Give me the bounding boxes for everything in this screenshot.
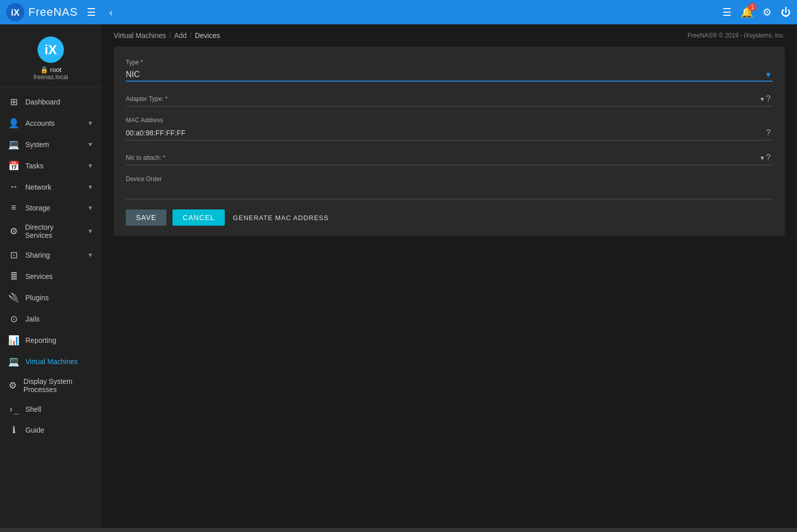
settings-button[interactable]: ⚙ bbox=[763, 6, 772, 18]
breadcrumb: Virtual Machines / Add / Devices FreeNAS… bbox=[101, 24, 797, 47]
sidebar-item-jails[interactable]: ⊙ Jails bbox=[0, 308, 101, 330]
notification-badge: 1 bbox=[748, 3, 756, 11]
mac-address-input[interactable] bbox=[126, 126, 764, 140]
sidebar-item-label: Guide bbox=[25, 426, 44, 434]
sidebar-item-shell[interactable]: ›_ Shell bbox=[0, 399, 101, 419]
sidebar-item-sharing[interactable]: ⊡ Sharing ▼ bbox=[0, 244, 101, 266]
sidebar-item-label: Shell bbox=[25, 405, 41, 413]
logo-icon: iX bbox=[6, 3, 24, 21]
sidebar-item-label: Reporting bbox=[25, 336, 56, 344]
sidebar: iX 🔒 root freenas.local ⊞ Dashboard 👤 Ac… bbox=[0, 24, 101, 528]
sidebar-item-tasks[interactable]: 📅 Tasks ▼ bbox=[0, 155, 101, 176]
chevron-down-icon: ▼ bbox=[87, 184, 93, 191]
sidebar-item-label: Accounts bbox=[25, 119, 55, 127]
sidebar-item-label: Services bbox=[25, 272, 53, 280]
help-icon[interactable]: ? bbox=[764, 94, 773, 103]
chevron-down-icon: ▾ bbox=[760, 154, 764, 162]
back-icon[interactable]: ‹ bbox=[105, 5, 117, 20]
breadcrumb-add[interactable]: Add bbox=[174, 31, 187, 40]
adapter-type-field: Adapter Type: * ▾ ? bbox=[126, 92, 773, 107]
services-icon: ≣ bbox=[8, 271, 19, 282]
sidebar-item-label: System bbox=[25, 140, 49, 149]
chevron-down-icon: ▼ bbox=[87, 120, 93, 127]
sharing-icon: ⊡ bbox=[8, 250, 19, 261]
reporting-icon: 📊 bbox=[8, 335, 19, 346]
cancel-button[interactable]: CANCEL bbox=[172, 209, 225, 226]
chevron-down-icon: ▼ bbox=[87, 141, 93, 148]
topnav: iX FreeNAS ☰ ‹ ☰ 🔔 1 ⚙ ⏻ bbox=[0, 0, 797, 24]
type-field: Type * NIC DISK CDROM VNC RAW ▾ bbox=[126, 59, 773, 82]
nic-to-attach-label: Nic to attach: * bbox=[126, 154, 165, 161]
tasks-icon: 📅 bbox=[8, 160, 19, 171]
adapter-type-wrapper: Adapter Type: * ▾ ? bbox=[126, 92, 773, 107]
type-select[interactable]: NIC DISK CDROM VNC RAW bbox=[126, 68, 773, 81]
sidebar-item-system[interactable]: 💻 System ▼ bbox=[0, 134, 101, 155]
save-button[interactable]: SAVE bbox=[126, 209, 166, 226]
sidebar-item-network[interactable]: ↔ Network ▼ bbox=[0, 176, 101, 197]
mac-address-wrapper: ? bbox=[126, 126, 773, 140]
sidebar-item-virtual-machines[interactable]: 💻 Virtual Machines bbox=[0, 351, 101, 372]
breadcrumb-current: Devices bbox=[195, 31, 220, 40]
nic-to-attach-select[interactable] bbox=[169, 151, 758, 165]
app-name: FreeNAS bbox=[28, 6, 78, 19]
username: 🔒 root bbox=[40, 66, 61, 74]
notifications-button[interactable]: 🔔 1 bbox=[741, 6, 753, 18]
device-order-input[interactable] bbox=[126, 185, 773, 199]
shell-icon: ›_ bbox=[8, 404, 19, 414]
generate-mac-button[interactable]: GENERATE MAC ADDRESS bbox=[231, 210, 331, 226]
plugins-icon: 🔌 bbox=[8, 292, 19, 303]
sidebar-item-display-system-processes[interactable]: ⚙ Display System Processes bbox=[0, 372, 101, 399]
sidebar-item-plugins[interactable]: 🔌 Plugins bbox=[0, 287, 101, 308]
nic-to-attach-field: Nic to attach: * ▾ ? bbox=[126, 151, 773, 165]
user-profile: iX 🔒 root freenas.local bbox=[0, 28, 101, 87]
sidebar-item-label: Display System Processes bbox=[23, 377, 93, 394]
sidebar-item-label: Tasks bbox=[25, 162, 44, 170]
sidebar-item-reporting[interactable]: 📊 Reporting bbox=[0, 330, 101, 351]
hostname: freenas.local bbox=[33, 74, 68, 81]
help-icon[interactable]: ? bbox=[764, 128, 773, 137]
sidebar-item-label: Dashboard bbox=[25, 98, 60, 106]
sidebar-item-guide[interactable]: ℹ Guide bbox=[0, 419, 101, 441]
device-order-field: Device Order bbox=[126, 175, 773, 199]
directory-services-icon: ⚙ bbox=[8, 226, 19, 237]
docs-button[interactable]: ☰ bbox=[722, 6, 732, 18]
chevron-down-icon: ▼ bbox=[87, 252, 93, 259]
mac-address-label: MAC Address bbox=[126, 117, 773, 124]
adapter-type-label: Adapter Type: * bbox=[126, 95, 168, 102]
power-button[interactable]: ⏻ bbox=[781, 7, 791, 18]
help-icon[interactable]: ? bbox=[764, 153, 773, 162]
avatar: iX bbox=[38, 37, 64, 63]
breadcrumb-sep-1: / bbox=[169, 31, 171, 40]
dashboard-icon: ⊞ bbox=[8, 96, 19, 108]
system-icon: 💻 bbox=[8, 139, 19, 150]
sidebar-item-directory-services[interactable]: ⚙ Directory Services ▼ bbox=[0, 218, 101, 244]
accounts-icon: 👤 bbox=[8, 118, 19, 129]
bottom-scrollbar bbox=[0, 528, 797, 532]
sidebar-item-dashboard[interactable]: ⊞ Dashboard bbox=[0, 91, 101, 113]
menu-icon[interactable]: ☰ bbox=[83, 4, 100, 20]
type-label: Type * bbox=[126, 59, 773, 66]
chevron-down-icon: ▼ bbox=[87, 162, 93, 169]
device-order-wrapper bbox=[126, 185, 773, 199]
copyright-text: FreeNAS® © 2019 - iXsystems, Inc. bbox=[687, 32, 785, 39]
mac-address-field: MAC Address ? bbox=[126, 117, 773, 140]
svg-text:iX: iX bbox=[11, 8, 19, 18]
device-form: Type * NIC DISK CDROM VNC RAW ▾ Adapter bbox=[114, 47, 785, 236]
sidebar-item-label: Sharing bbox=[25, 251, 50, 259]
nic-to-attach-wrapper: Nic to attach: * ▾ ? bbox=[126, 151, 773, 165]
sidebar-item-accounts[interactable]: 👤 Accounts ▼ bbox=[0, 113, 101, 134]
chevron-down-icon: ▾ bbox=[760, 95, 764, 103]
sidebar-item-label: Directory Services bbox=[25, 223, 81, 239]
chevron-down-icon: ▾ bbox=[766, 69, 771, 80]
network-icon: ↔ bbox=[8, 182, 19, 192]
sidebar-item-storage[interactable]: ≡ Storage ▼ bbox=[0, 197, 101, 218]
breadcrumb-sep-2: / bbox=[190, 31, 192, 40]
adapter-type-select[interactable] bbox=[172, 92, 759, 106]
guide-icon: ℹ bbox=[8, 424, 19, 436]
chevron-down-icon: ▼ bbox=[87, 228, 93, 235]
sidebar-item-services[interactable]: ≣ Services bbox=[0, 266, 101, 287]
device-order-label: Device Order bbox=[126, 175, 773, 183]
storage-icon: ≡ bbox=[8, 202, 19, 213]
breadcrumb-virtual-machines[interactable]: Virtual Machines bbox=[114, 31, 166, 40]
sidebar-item-label: Network bbox=[25, 183, 51, 191]
